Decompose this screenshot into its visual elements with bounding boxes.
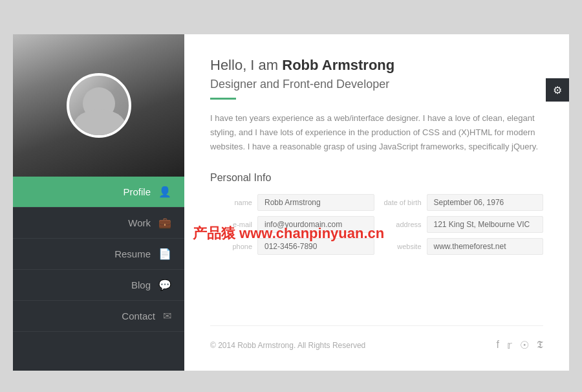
blog-icon: 💬 xyxy=(158,279,171,291)
profile-photo-area xyxy=(13,34,184,177)
sidebar: Profile 👤 Work 💼 Resume 📄 Blog 💬 Contact… xyxy=(13,34,184,371)
dob-row: date of birth September 06, 1976 xyxy=(380,194,544,211)
phone-row: phone 012-3456-7890 xyxy=(210,238,374,255)
facebook-icon[interactable]: f xyxy=(497,339,499,351)
nav-menu: Profile 👤 Work 💼 Resume 📄 Blog 💬 Contact… xyxy=(13,177,184,371)
avatar-body xyxy=(74,109,125,138)
subtitle: Designer and Front-end Developer xyxy=(210,78,543,91)
name-label: name xyxy=(210,199,252,206)
personal-info-title: Personal Info xyxy=(210,172,543,184)
dob-value: September 06, 1976 xyxy=(427,194,544,211)
greeting: Hello, I am Robb Armstrong xyxy=(210,57,543,74)
address-row: address 121 King St, Melbourne VIC xyxy=(380,216,544,233)
personal-info-grid: name Robb Armstrong date of birth Septem… xyxy=(210,194,543,255)
avatar xyxy=(67,73,131,138)
sidebar-item-resume[interactable]: Resume 📄 xyxy=(13,239,184,270)
name-row: name Robb Armstrong xyxy=(210,194,374,211)
accent-line xyxy=(210,98,236,100)
website-row: website www.themeforest.net xyxy=(380,238,544,255)
address-label: address xyxy=(380,221,422,228)
work-icon: 💼 xyxy=(158,217,171,229)
sidebar-item-blog[interactable]: Blog 💬 xyxy=(13,270,184,301)
phone-value: 012-3456-7890 xyxy=(257,238,374,255)
contact-icon: ✉ xyxy=(163,310,171,322)
bio-text: I have ten years experience as a web/int… xyxy=(210,111,543,154)
name-value: Robb Armstrong xyxy=(257,194,374,211)
copyright: © 2014 Robb Armstrong. All Rights Reserv… xyxy=(210,341,365,350)
sidebar-item-work[interactable]: Work 💼 xyxy=(13,208,184,239)
main-content: Hello, I am Robb Armstrong Designer and … xyxy=(184,34,569,371)
gear-icon: ⚙ xyxy=(553,84,562,96)
phone-label: phone xyxy=(210,243,252,250)
website-value: www.themeforest.net xyxy=(427,238,544,255)
email-label: e-mail xyxy=(210,221,252,228)
profile-icon: 👤 xyxy=(158,186,171,198)
email-row: e-mail info@yourdomain.com xyxy=(210,216,374,233)
resume-icon: 📄 xyxy=(158,248,171,260)
twitter-icon[interactable]: 𝕣 xyxy=(507,339,512,351)
globe-icon[interactable]: ☉ xyxy=(520,339,529,351)
pinterest-icon[interactable]: 𝕿 xyxy=(537,339,543,351)
settings-button[interactable]: ⚙ xyxy=(546,78,569,102)
sidebar-item-contact[interactable]: Contact ✉ xyxy=(13,301,184,332)
dob-label: date of birth xyxy=(380,199,422,206)
website-label: website xyxy=(380,243,422,250)
sidebar-item-profile[interactable]: Profile 👤 xyxy=(13,177,184,208)
social-links: f 𝕣 ☉ 𝕿 xyxy=(497,339,543,351)
page-footer: © 2014 Robb Armstrong. All Rights Reserv… xyxy=(210,325,543,351)
email-value: info@yourdomain.com xyxy=(257,216,374,233)
address-value: 121 King St, Melbourne VIC xyxy=(427,216,544,233)
